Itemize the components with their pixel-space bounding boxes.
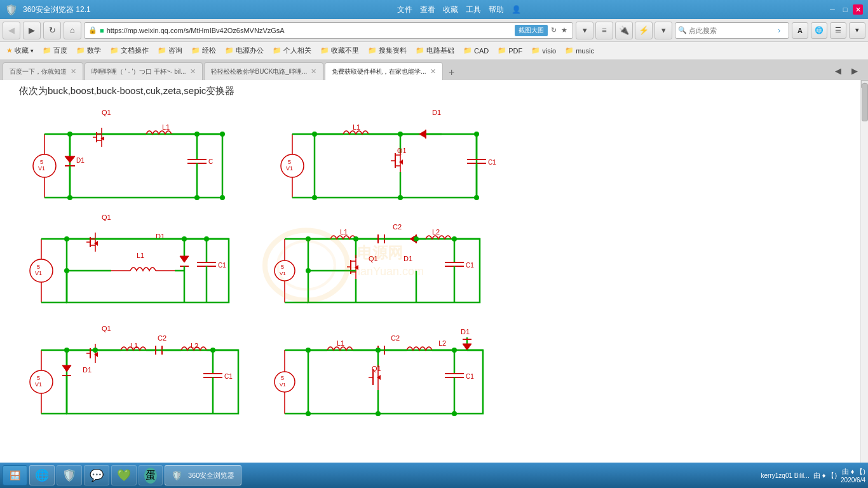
boost-dot-2	[398, 132, 403, 137]
menu-tools[interactable]: 工具	[466, 4, 481, 15]
taskbar-browser[interactable]: 🛡️ 360安全浏览器	[165, 465, 241, 485]
fav-item-4[interactable]: 📁 咨询	[154, 44, 186, 58]
minimize-button[interactable]: ─	[827, 4, 837, 15]
dropdown-btn[interactable]: ▾	[576, 22, 593, 39]
sepic-dot-4	[306, 411, 311, 416]
extend-btn[interactable]: ≡	[595, 22, 613, 39]
cuk-c2-label: C2	[393, 223, 402, 231]
taskbar-app-4[interactable]: 蛋	[139, 465, 163, 485]
buck-svg: Q1 L1	[19, 105, 241, 204]
buck-q1-label: Q1	[102, 109, 111, 116]
sepic-l2-label: L2	[438, 339, 446, 347]
scrollbar-thumb[interactable]	[862, 83, 868, 121]
fav-item-0[interactable]: ★ 收藏 ▾	[3, 44, 37, 58]
cuk-svg: L1 C2 L2 D1 Q1	[280, 210, 496, 315]
sepic-vs-v1: V1	[280, 382, 286, 388]
tab-nav-right: ◀ ▶	[835, 66, 865, 80]
buck-l1-label: L1	[162, 123, 170, 131]
search-box[interactable]: 🔍 ›	[675, 22, 789, 39]
fav-item-1[interactable]: 📁 百度	[39, 44, 71, 58]
plugin-btn[interactable]: 🔌	[615, 22, 633, 39]
sepic-c1-label: C1	[466, 373, 474, 380]
tab-2[interactable]: 轻轻松松教你学BUCK电路_哔哩... ✕	[204, 62, 324, 80]
forward-button[interactable]: ▶	[23, 22, 41, 39]
zeta-d1-label: D1	[83, 366, 92, 374]
taskbar-right: kerry1zq01 Bilil... 由 ♦ 【) 由 ♦ 【) 2020/6…	[761, 467, 865, 484]
boost-dot-6	[474, 195, 479, 200]
tab-1[interactable]: 哔哩哔哩（ ' - '）つ口 干杯~- bil... ✕	[85, 62, 203, 80]
taskbar-app-0[interactable]: 🌐	[29, 465, 55, 485]
screenshot-btn[interactable]: 截图大图	[515, 25, 548, 36]
search-input[interactable]	[689, 27, 778, 34]
toolbar-right: A 🌐 ☰ ▾	[792, 22, 865, 39]
fav-icon-8: 📁	[320, 46, 329, 55]
title-left: 🛡️ 360安全浏览器 12.1	[5, 4, 91, 16]
tab-close-1[interactable]: ✕	[190, 67, 196, 76]
tab-0[interactable]: 百度一下，你就知道 ✕	[3, 62, 83, 80]
new-tab-button[interactable]: +	[444, 65, 459, 80]
tab-prev-btn[interactable]: ◀	[835, 66, 849, 80]
tool-a[interactable]: A	[792, 22, 808, 39]
menu-help[interactable]: 帮助	[489, 4, 504, 15]
fav-item-11[interactable]: 📁 CAD	[459, 44, 492, 58]
taskbar-app-3[interactable]: 💚	[111, 465, 137, 485]
fav-label-3: 文档操作	[121, 46, 149, 55]
fav-item-9[interactable]: 📁 搜集资料	[364, 44, 410, 58]
back-button[interactable]: ◀	[3, 22, 20, 39]
taskbar-app-2[interactable]: 💬	[84, 465, 109, 485]
speed-btn[interactable]: ⚡	[635, 22, 653, 39]
bb-diode-tri	[180, 256, 189, 262]
fav-label-10: 电路基础	[426, 46, 454, 55]
buck-dot-1	[67, 132, 72, 137]
more-btn[interactable]: ▾	[654, 22, 672, 39]
tab-close-0[interactable]: ✕	[71, 67, 76, 76]
address-bar[interactable]: 🔒 ■ https://mp.weixin.qq.com/s/MtHmIBv42…	[84, 22, 573, 39]
fav-item-3[interactable]: 📁 文档操作	[106, 44, 153, 58]
fav-item-13[interactable]: 📁 visio	[527, 44, 560, 58]
start-button[interactable]: 🪟	[3, 465, 27, 485]
tool-b[interactable]: 🌐	[811, 22, 827, 39]
page-title-text: 依次为buck,boost,buck-boost,cuk,zeta,sepic变…	[19, 85, 234, 96]
buck-mosfet-arrow	[100, 137, 104, 140]
cuk-c1-label: C1	[466, 262, 474, 269]
fav-icon-12: 📁	[498, 46, 506, 55]
tab-3[interactable]: 免费获取硬件样机，在家也能学... ✕	[325, 62, 442, 80]
fav-item-12[interactable]: 📁 PDF	[494, 44, 526, 58]
menu-favorites[interactable]: 收藏	[443, 4, 458, 15]
sepic-d1-label: D1	[461, 328, 470, 336]
menu-view[interactable]: 查看	[420, 4, 435, 15]
refresh-addr-btn[interactable]: ↻	[550, 25, 558, 36]
buck-vs-v1: V1	[38, 165, 45, 172]
cuk-l2-label: L2	[432, 228, 440, 236]
taskbar-app-1[interactable]: 🛡️	[57, 465, 82, 485]
home-button[interactable]: ⌂	[64, 22, 81, 39]
zeta-dot-2	[93, 348, 98, 353]
boost-d1-label: D1	[432, 109, 441, 116]
tab-next-btn[interactable]: ▶	[851, 66, 865, 80]
user-icon[interactable]: 👤	[512, 5, 521, 14]
fav-item-14[interactable]: 📁 music	[561, 44, 598, 58]
sepic-q-arr	[377, 375, 381, 380]
tab-close-3[interactable]: ✕	[430, 67, 436, 76]
maximize-button[interactable]: □	[840, 4, 850, 15]
clock: 由 ♦ 【) 2020/6/4	[841, 467, 865, 484]
scrollbar-track[interactable]: ▲ ▼	[860, 80, 868, 488]
tool-d[interactable]: ▾	[849, 22, 865, 39]
fav-item-7[interactable]: 📁 个人相关	[269, 44, 315, 58]
tray-icons: 由 ♦ 【)	[813, 471, 837, 480]
menu-file[interactable]: 文件	[397, 4, 412, 15]
fav-item-6[interactable]: 📁 电源办公	[221, 44, 268, 58]
star-btn[interactable]: ★	[560, 25, 569, 36]
fav-label-7: 个人相关	[283, 46, 311, 55]
fav-label-1: 百度	[53, 46, 67, 55]
tool-c[interactable]: ☰	[830, 22, 846, 39]
fav-item-5[interactable]: 📁 经松	[187, 44, 220, 58]
refresh-button[interactable]: ↻	[43, 22, 61, 39]
tab-close-2[interactable]: ✕	[311, 67, 316, 76]
fav-item-10[interactable]: 📁 电路基础	[412, 44, 458, 58]
cuk-d1-label: D1	[403, 255, 412, 262]
fav-item-2[interactable]: 📁 数学	[72, 44, 105, 58]
search-submit-icon[interactable]: ›	[778, 25, 780, 35]
close-button[interactable]: ✕	[853, 4, 863, 15]
fav-item-8[interactable]: 📁 收藏不里	[316, 44, 363, 58]
